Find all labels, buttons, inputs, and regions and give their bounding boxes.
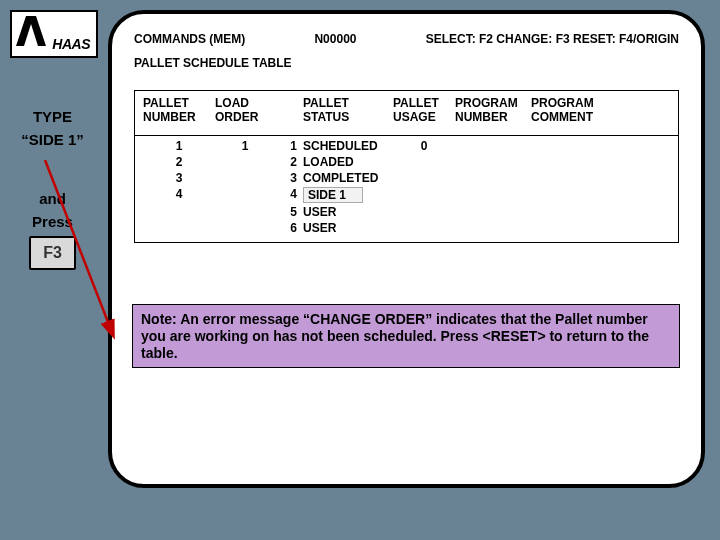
f3-key[interactable]: F3 bbox=[29, 236, 76, 270]
table-row[interactable]: 44SIDE 1 bbox=[143, 186, 670, 204]
col-load-order: LOADORDER bbox=[215, 97, 275, 125]
type-label: TYPE bbox=[10, 108, 95, 125]
table-row[interactable]: 22LOADED bbox=[143, 154, 670, 170]
screen-subtitle: PALLET SCHEDULE TABLE bbox=[134, 56, 679, 70]
header-mid: N00000 bbox=[314, 32, 356, 46]
note-box: Note: An error message “CHANGE ORDER” in… bbox=[132, 304, 680, 368]
table-row[interactable]: 111SCHEDULED0 bbox=[143, 138, 670, 154]
col-pallet-status: PALLETSTATUS bbox=[303, 97, 393, 125]
pallet-schedule-table: PALLETNUMBER LOADORDER PALLETSTATUS PALL… bbox=[134, 90, 679, 243]
col-pallet-number: PALLETNUMBER bbox=[143, 97, 215, 125]
haas-logo: HAAS bbox=[10, 10, 98, 58]
col-program-comment: PROGRAMCOMMENT bbox=[531, 97, 670, 125]
header-left: COMMANDS (MEM) bbox=[134, 32, 245, 46]
press-label: Press bbox=[10, 213, 95, 230]
table-body: 111SCHEDULED022LOADED33COMPLETED44SIDE 1… bbox=[135, 135, 678, 242]
svg-marker-0 bbox=[16, 16, 46, 46]
instruction-sidebar: TYPE “SIDE 1” and Press F3 bbox=[10, 108, 95, 276]
table-row[interactable]: 33COMPLETED bbox=[143, 170, 670, 186]
col-program-number: PROGRAMNUMBER bbox=[455, 97, 531, 125]
cnc-screen-panel: COMMANDS (MEM) N00000 SELECT: F2 CHANGE:… bbox=[108, 10, 705, 488]
table-header: PALLETNUMBER LOADORDER PALLETSTATUS PALL… bbox=[135, 91, 678, 135]
table-row[interactable]: 6USER bbox=[143, 220, 670, 236]
and-label: and bbox=[10, 190, 95, 207]
table-row[interactable]: 5USER bbox=[143, 204, 670, 220]
header-right: SELECT: F2 CHANGE: F3 RESET: F4/ORIGIN bbox=[426, 32, 679, 46]
status-input-highlight[interactable]: SIDE 1 bbox=[303, 187, 363, 203]
type-value: “SIDE 1” bbox=[10, 131, 95, 148]
logo-text: HAAS bbox=[52, 36, 90, 52]
col-pallet-usage: PALLETUSAGE bbox=[393, 97, 455, 125]
screen-header: COMMANDS (MEM) N00000 SELECT: F2 CHANGE:… bbox=[134, 32, 679, 46]
